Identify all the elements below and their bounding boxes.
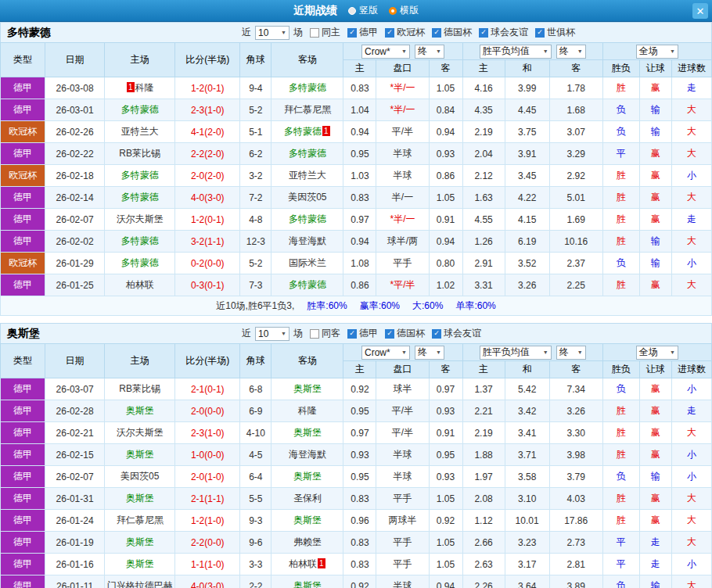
summary-stat: 胜率:60% <box>307 300 347 311</box>
team-section-augsburg: 奥斯堡近10▼场同客✓德甲✓德国杯✓球会友谊类型日期主场比分(半场)角球客场Cr… <box>0 323 712 588</box>
section-divider <box>0 316 712 323</box>
dropdown-arrow-icon: ▼ <box>670 350 675 355</box>
result-outcome: 胜 <box>602 77 639 99</box>
avg-away-odds: 5.01 <box>549 187 602 209</box>
match-row: 德甲26-02-21沃尔夫斯堡2-3(1-0)4-10奥斯堡0.97平/半0.9… <box>1 422 712 444</box>
home-team: 亚特兰大 <box>105 121 175 143</box>
match-date: 26-01-11 <box>45 575 105 588</box>
avg-home-odds: 4.16 <box>462 77 505 99</box>
summary-cell: 近10场,胜6平1负3,胜率:60%赢率:60%大:60%单率:60% <box>1 296 712 316</box>
column-header: 比分(半场) <box>175 344 240 378</box>
odds-home: 0.83 <box>343 488 376 510</box>
result-handicap: 走 <box>639 554 671 575</box>
match-score: 1-0(0-0) <box>175 444 240 466</box>
home-team: 奥斯堡 <box>105 400 175 422</box>
column-header: 客场 <box>271 344 343 378</box>
odds-home: 0.97 <box>343 209 376 231</box>
odds-away: 1.02 <box>429 274 462 296</box>
away-team-name: 国际米兰 <box>289 257 326 268</box>
filter-checkbox[interactable]: ✓欧冠杯 <box>385 26 425 39</box>
filter-checkbox[interactable]: 同主 <box>310 26 340 39</box>
match-count-select[interactable]: 10▼ <box>255 26 289 40</box>
scope-select[interactable]: 全场▼ <box>636 45 678 59</box>
result-outcome: 胜 <box>602 510 639 532</box>
odds-away: 0.94 <box>429 575 462 588</box>
close-button[interactable]: ✕ <box>692 3 708 19</box>
odds-home: 0.83 <box>343 554 376 575</box>
filter-checkbox-label: 球会友谊 <box>491 26 528 39</box>
home-team-name: 多特蒙德 <box>121 104 159 115</box>
filter-checkbox[interactable]: ✓德国杯 <box>432 26 472 39</box>
filter-checkbox[interactable]: ✓世俱杯 <box>535 26 575 39</box>
odds-away: 0.93 <box>429 400 462 422</box>
away-team-name: 柏林联 <box>289 558 317 569</box>
match-date: 26-02-07 <box>45 466 105 488</box>
result-outcome: 负 <box>602 378 639 400</box>
avg-draw-odds: 4.22 <box>505 187 549 209</box>
filter-checkbox[interactable]: ✓球会友谊 <box>479 26 528 39</box>
avg-away-odds: 1.69 <box>549 209 602 231</box>
filter-checkbox[interactable]: ✓德甲 <box>347 327 378 340</box>
league-badge: 德甲 <box>1 532 45 554</box>
corner-score: 7-2 <box>240 187 271 209</box>
league-badge: 欧冠杯 <box>1 121 45 143</box>
unit-label: 场 <box>293 327 303 340</box>
away-team: 奥斯堡 <box>271 575 343 588</box>
odds-handicap: 半球 <box>376 466 429 488</box>
filter-checkbox-label: 球会友谊 <box>444 327 481 340</box>
match-score: 1-2(1-0) <box>175 510 240 532</box>
avg-draw-odds: 3.64 <box>505 575 549 588</box>
avg-home-odds: 2.63 <box>462 554 505 575</box>
home-team-name: 多特蒙德 <box>121 235 159 246</box>
filter-checkbox-label: 德国杯 <box>444 26 472 39</box>
corner-score: 3-3 <box>240 554 271 575</box>
league-badge: 德甲 <box>1 554 45 575</box>
odds-home: 0.94 <box>343 231 376 253</box>
corner-score: 4-5 <box>240 444 271 466</box>
match-count-select[interactable]: 10▼ <box>255 327 289 341</box>
radio-horizontal-layout[interactable]: 横版 <box>389 4 419 17</box>
odds-company-select[interactable]: Crow*▼ <box>361 346 410 360</box>
odds-handicap: 平/半 <box>376 121 429 143</box>
filter-checkbox[interactable]: ✓球会友谊 <box>432 327 481 340</box>
filter-checkbox[interactable]: ✓德国杯 <box>385 327 425 340</box>
result-handicap: 输 <box>639 575 671 588</box>
scope-select[interactable]: 全场▼ <box>636 346 678 360</box>
home-team: 柏林联 <box>105 274 175 296</box>
home-team: 多特蒙德 <box>105 165 175 187</box>
result-handicap: 赢 <box>639 422 671 444</box>
column-subheader: 客 <box>549 361 602 378</box>
result-handicap: 输 <box>639 466 671 488</box>
final-avg-select[interactable]: 终▼ <box>556 346 586 360</box>
home-team-name: 奥斯堡 <box>126 536 154 547</box>
match-score: 1-2(0-1) <box>175 77 240 99</box>
filter-checkbox[interactable]: 同客 <box>310 327 340 340</box>
final-avg-select[interactable]: 终▼ <box>556 45 586 59</box>
match-date: 26-02-07 <box>45 209 105 231</box>
results-table: 类型日期主场比分(半场)角球客场Crow*▼终▼胜平负均值▼终▼全场▼主盘口客主… <box>0 343 712 588</box>
avg-odds-select[interactable]: 胜平负均值▼ <box>480 45 552 59</box>
odds-home: 0.94 <box>343 121 376 143</box>
avg-home-odds: 2.04 <box>462 143 505 165</box>
odds-handicap: *半/一 <box>376 99 429 121</box>
match-row: 德甲26-01-11门兴格拉德巴赫4-0(3-0)2-2奥斯堡0.92半球0.9… <box>1 575 712 588</box>
away-team: 多特蒙德 <box>271 274 343 296</box>
filter-checkbox[interactable]: ✓德甲 <box>347 26 378 39</box>
filter-checkbox-label: 德甲 <box>359 327 378 340</box>
checkbox-checked-icon: ✓ <box>432 329 441 339</box>
final-odds-select[interactable]: 终▼ <box>415 346 444 360</box>
result-goals: 大 <box>671 187 711 209</box>
odds-handicap: 半球 <box>376 575 429 588</box>
home-team: 沃尔夫斯堡 <box>105 422 175 444</box>
odds-company-select[interactable]: Crow*▼ <box>361 45 410 59</box>
away-team: 美因茨05 <box>271 187 343 209</box>
final-odds-select[interactable]: 终▼ <box>415 45 444 59</box>
dropdown-arrow-icon: ▼ <box>281 30 286 35</box>
home-team-name: 奥斯堡 <box>126 405 154 416</box>
avg-odds-select[interactable]: 胜平负均值▼ <box>480 346 552 360</box>
radio-vertical-label: 竖版 <box>359 4 378 17</box>
away-team-name: 奥斯堡 <box>293 580 322 588</box>
radio-vertical-layout[interactable]: 竖版 <box>348 4 378 17</box>
scope-select-value: 全场 <box>639 45 658 58</box>
league-badge: 德甲 <box>1 575 45 588</box>
